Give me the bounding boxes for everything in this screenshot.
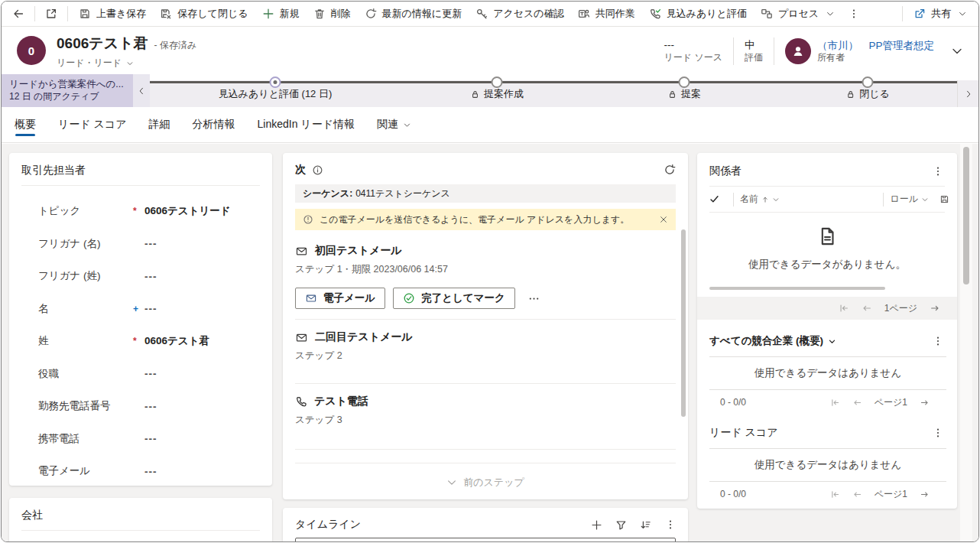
refresh-button[interactable]: 最新の情報に更新 xyxy=(358,4,469,24)
header-fields: --- リード ソース 中 評価 （市川） PP管理者想定 所有者 xyxy=(664,28,969,74)
mark-complete-button[interactable]: 完了としてマーク xyxy=(393,288,515,309)
previous-page-icon[interactable] xyxy=(852,489,862,499)
bpf-stage-dot[interactable] xyxy=(862,76,874,88)
info-icon[interactable] xyxy=(312,164,323,176)
previous-page-icon[interactable] xyxy=(852,398,862,408)
save-view-icon[interactable] xyxy=(939,194,949,204)
step-title: 二回目テストメール xyxy=(315,330,413,344)
timeline-sort-icon[interactable] xyxy=(640,519,651,531)
step-more-icon[interactable] xyxy=(523,288,546,309)
bpf-scroll-left-icon[interactable] xyxy=(133,74,150,107)
field-value[interactable]: --- xyxy=(144,466,157,477)
tab-linkedin[interactable]: LinkedIn リード情報 xyxy=(258,107,355,142)
field-value[interactable]: --- xyxy=(144,433,157,444)
chevron-down-icon xyxy=(921,196,929,203)
column-header-role[interactable]: ロール xyxy=(890,193,929,206)
next-widget-scrollbar[interactable] xyxy=(681,229,686,459)
entity-subtitle[interactable]: リード・リード xyxy=(57,57,196,70)
check-access-button[interactable]: アクセスの確認 xyxy=(469,4,571,24)
bpf-stage-dot-active[interactable] xyxy=(270,76,281,88)
next-page-icon[interactable] xyxy=(930,303,940,314)
back-icon[interactable] xyxy=(6,4,31,24)
column-header-name[interactable]: 名前 xyxy=(740,193,780,206)
field-value[interactable]: 0606テストリード xyxy=(144,204,231,218)
divider xyxy=(902,6,903,21)
stakeholders-more-icon[interactable] xyxy=(930,163,946,180)
delete-button[interactable]: 削除 xyxy=(307,4,358,24)
step-actions: 電子メール 完了としてマーク xyxy=(295,288,676,309)
bpf-stage-close[interactable]: 閉じる xyxy=(845,87,890,101)
stakeholders-empty-state: 使用できるデータがありません。 xyxy=(697,213,957,272)
lead-score-more-icon[interactable] xyxy=(930,424,946,441)
previous-steps-toggle[interactable]: 前のステップ xyxy=(283,463,688,502)
competitors-more-icon[interactable] xyxy=(930,333,946,350)
field-row-furigana-last: フリガナ (姓) --- xyxy=(38,260,260,293)
bpf-process-info[interactable]: リードから営業案件への... 12 日 の間アクティブ xyxy=(2,74,133,107)
tab-label: 関連 xyxy=(377,118,398,132)
sequence-step-1: 初回テストメール ステップ 1・期限 2023/06/06 14:57 電子メー… xyxy=(295,233,676,320)
divider xyxy=(67,6,68,21)
field-row-topic: トピック * 0606テストリード xyxy=(38,195,260,228)
next-page-icon[interactable] xyxy=(920,489,930,499)
bpf-stage-propose[interactable]: 提案 xyxy=(667,87,701,101)
field-value[interactable]: --- xyxy=(144,238,157,249)
save-and-close-button[interactable]: 保存して閉じる xyxy=(153,4,255,24)
contact-section-title: 取引先担当者 xyxy=(9,153,272,185)
chevron-down-icon xyxy=(828,337,836,346)
field-value[interactable]: 0606テスト君 xyxy=(144,334,209,348)
timeline-more-icon[interactable] xyxy=(664,519,676,531)
main-scrollbar[interactable] xyxy=(963,147,969,285)
header-collapse-chevron-icon[interactable] xyxy=(945,41,969,61)
previous-page-icon[interactable] xyxy=(862,303,872,314)
field-value[interactable]: --- xyxy=(144,271,157,282)
tab-label: 概要 xyxy=(15,118,36,132)
close-warning-icon[interactable] xyxy=(659,215,668,224)
page-indicator: ページ1 xyxy=(875,488,907,501)
new-button[interactable]: 新規 xyxy=(255,4,307,24)
collaborate-label: 共同作業 xyxy=(595,7,635,21)
timeline-filter-icon[interactable] xyxy=(615,519,627,531)
bpf-stage-label: 閉じる xyxy=(859,87,890,101)
owner-field[interactable]: （市川） PP管理者想定 所有者 xyxy=(785,38,934,64)
share-button[interactable]: 共有 xyxy=(907,4,974,24)
field-value[interactable]: --- xyxy=(144,303,157,314)
collaborate-button[interactable]: 共同作業 xyxy=(571,4,642,24)
field-value[interactable]: --- xyxy=(144,401,157,412)
bpf-stage-dot[interactable] xyxy=(679,76,690,88)
process-button[interactable]: プロセス xyxy=(754,4,842,24)
next-page-icon[interactable] xyxy=(920,398,930,408)
horizontal-scrollbar[interactable] xyxy=(709,287,885,290)
lead-source-field[interactable]: --- リード ソース xyxy=(664,38,722,64)
warning-info-icon xyxy=(303,214,313,225)
owner-label: 所有者 xyxy=(817,52,934,63)
tab-summary[interactable]: 概要 xyxy=(15,107,36,142)
qualify-button[interactable]: 見込みありと評価 xyxy=(642,4,754,24)
rating-value: 中 xyxy=(745,38,763,51)
tab-details[interactable]: 詳細 xyxy=(149,107,170,142)
email-button[interactable]: 電子メール xyxy=(295,288,385,309)
save-label: 上書き保存 xyxy=(96,7,146,21)
timeline-search-input[interactable]: タイムラインの検索... xyxy=(295,538,676,541)
select-all-checkbox[interactable] xyxy=(709,194,719,204)
tab-lead-score[interactable]: リード スコア xyxy=(58,107,127,142)
popout-icon[interactable] xyxy=(39,4,63,24)
save-button[interactable]: 上書き保存 xyxy=(72,4,153,24)
bpf-stage-dot[interactable] xyxy=(492,76,503,88)
competitors-title[interactable]: すべての競合企業 (概要) xyxy=(709,334,836,348)
bpf-stage-label: 提案 xyxy=(681,87,701,101)
field-value[interactable]: --- xyxy=(144,368,157,379)
timeline-add-icon[interactable] xyxy=(591,519,602,531)
first-page-icon[interactable] xyxy=(839,303,849,314)
bpf-stage-develop[interactable]: 提案作成 xyxy=(470,87,524,101)
chevron-down-icon xyxy=(403,121,411,129)
tab-related[interactable]: 関連 xyxy=(377,107,411,142)
more-commands-icon[interactable] xyxy=(842,4,866,24)
refresh-widget-icon[interactable] xyxy=(664,164,676,176)
bpf-scroll-right-icon[interactable] xyxy=(957,80,978,107)
field-row-mobile-phone: 携帯電話 --- xyxy=(38,423,260,456)
tab-insights[interactable]: 分析情報 xyxy=(193,107,235,142)
rating-field[interactable]: 中 評価 xyxy=(745,38,763,64)
bpf-stage-qualify[interactable]: 見込みありと評価 (12 日) xyxy=(219,87,333,101)
first-page-icon[interactable] xyxy=(830,489,840,499)
first-page-icon[interactable] xyxy=(830,398,840,408)
